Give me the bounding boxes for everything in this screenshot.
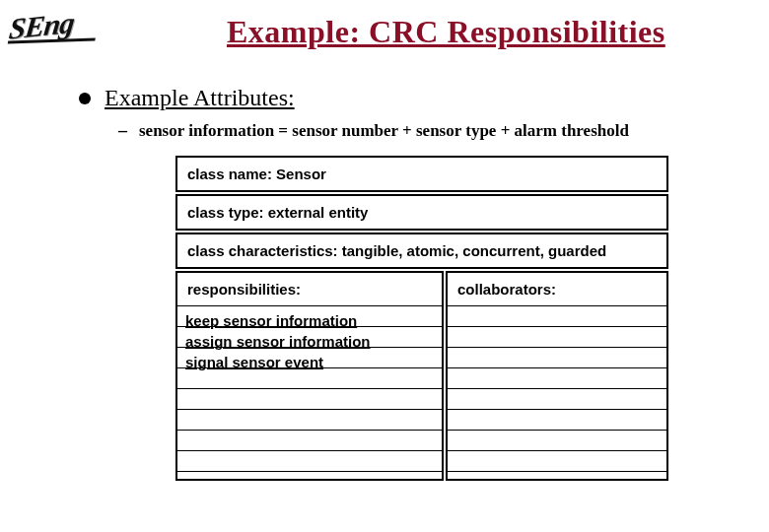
class-name-label: class name: (187, 166, 272, 182)
card-class-type-row: class type: external entity (175, 194, 668, 231)
class-char-value: tangible, atomic, concurrent, guarded (342, 242, 606, 259)
bullet-text: Example Attributes: (105, 85, 295, 111)
responsibilities-lines: keep sensor information assign sensor in… (177, 306, 442, 479)
responsibility-item: keep sensor information (185, 310, 371, 331)
card-class-name-row: class name: Sensor (175, 156, 668, 192)
page-title: Example: CRC Responsibilities (227, 14, 665, 50)
card-body: responsibilities: keep sensor informatio… (175, 271, 668, 481)
collaborators-lines (448, 306, 666, 479)
collaborators-column: collaborators: (446, 271, 668, 481)
sub-bullet-text: sensor information = sensor number + sen… (139, 121, 629, 141)
class-name-value: Sensor (276, 166, 326, 182)
collaborators-header: collaborators: (448, 273, 666, 306)
bullet-icon (79, 93, 91, 104)
bullet-row: Example Attributes: (79, 85, 295, 111)
class-char-label: class characteristics: (187, 242, 338, 259)
responsibilities-list: keep sensor information assign sensor in… (185, 310, 371, 372)
logo: SEng (7, 3, 99, 46)
dash-icon: – (118, 120, 127, 141)
crc-card: class name: Sensor class type: external … (175, 156, 668, 483)
sub-bullet-row: – sensor information = sensor number + s… (118, 120, 629, 141)
responsibilities-column: responsibilities: keep sensor informatio… (175, 271, 444, 481)
card-class-characteristics-row: class characteristics: tangible, atomic,… (175, 233, 668, 269)
responsibilities-header: responsibilities: (177, 273, 442, 306)
responsibility-item: signal sensor event (185, 352, 371, 372)
class-type-value: external entity (268, 204, 369, 221)
responsibility-item: assign sensor information (185, 331, 371, 352)
class-type-label: class type: (187, 204, 264, 221)
